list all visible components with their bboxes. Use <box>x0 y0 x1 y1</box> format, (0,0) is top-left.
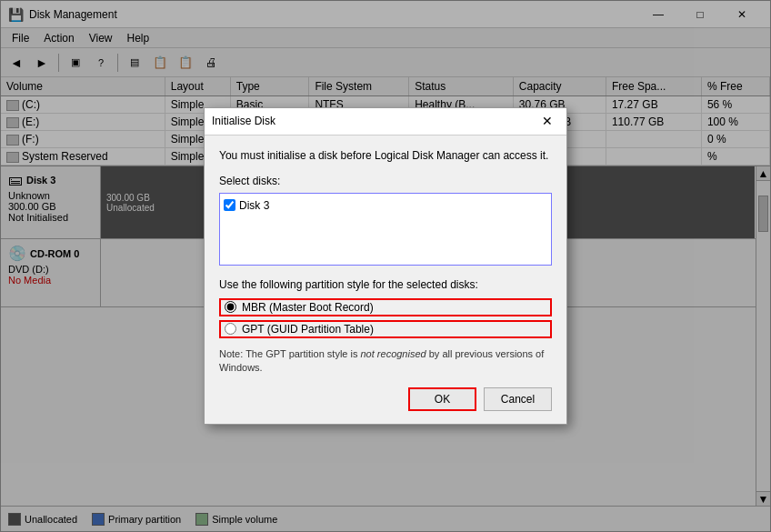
select-disks-label: Select disks: <box>219 175 552 187</box>
disk-listbox-item: Disk 3 <box>224 197 547 214</box>
note-italic: not recognised <box>361 348 426 359</box>
ok-button[interactable]: OK <box>408 387 476 411</box>
modal-overlay: Initialise Disk ✕ You must initialise a … <box>0 0 771 532</box>
partition-style-label: Use the following partition style for th… <box>219 278 552 291</box>
dialog-buttons: OK Cancel <box>219 387 552 411</box>
disk-3-listbox-label: Disk 3 <box>239 199 269 212</box>
gpt-label: GPT (GUID Partition Table) <box>242 323 374 336</box>
cancel-button[interactable]: Cancel <box>484 387 552 411</box>
mbr-label: MBR (Master Boot Record) <box>242 301 374 314</box>
gpt-radio[interactable] <box>225 323 236 335</box>
disk-3-checkbox[interactable] <box>224 199 235 211</box>
initialise-disk-dialog: Initialise Disk ✕ You must initialise a … <box>204 107 567 426</box>
dialog-body: You must initialise a disk before Logica… <box>205 136 566 425</box>
disk-listbox[interactable]: Disk 3 <box>219 193 552 266</box>
dialog-titlebar: Initialise Disk ✕ <box>205 108 566 136</box>
dialog-note: Note: The GPT partition style is not rec… <box>219 347 552 376</box>
dialog-title: Initialise Disk <box>212 115 275 127</box>
mbr-radio[interactable] <box>225 301 236 313</box>
dialog-description: You must initialise a disk before Logica… <box>219 148 552 164</box>
gpt-option[interactable]: GPT (GUID Partition Table) <box>219 320 552 338</box>
mbr-option[interactable]: MBR (Master Boot Record) <box>219 298 552 316</box>
dialog-close-button[interactable]: ✕ <box>536 111 559 131</box>
